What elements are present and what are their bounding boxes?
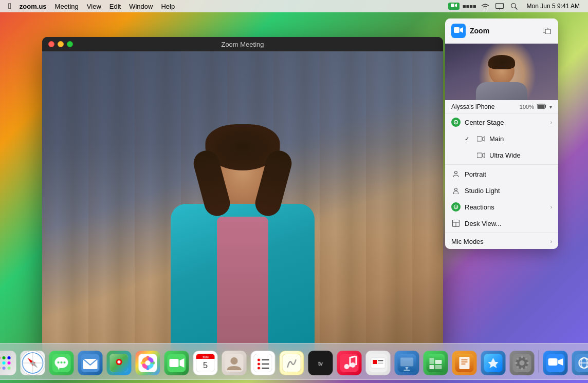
dock-item-launchpad[interactable]: [0, 350, 17, 376]
mic-modes-item[interactable]: Mic Modes ›: [445, 234, 558, 249]
mic-modes-label: Mic Modes: [451, 238, 550, 245]
menubar-clock: Mon Jun 5 9:41 AM: [523, 3, 584, 10]
dock-item-mail[interactable]: [77, 350, 104, 376]
person-shirt: [217, 217, 268, 355]
divider-1: [445, 164, 558, 165]
studio-light-icon: [451, 186, 461, 195]
reactions-item[interactable]: Reactions ›: [445, 199, 558, 215]
dock-item-zoom[interactable]: [542, 350, 569, 376]
minimize-button[interactable]: [58, 41, 64, 47]
menubar-edit[interactable]: Edit: [105, 0, 125, 12]
reactions-label: Reactions: [465, 203, 546, 211]
dock-item-messages[interactable]: [48, 350, 75, 376]
facetime-icon: [164, 351, 189, 375]
device-battery-pct: 100%: [520, 104, 534, 110]
person-figure: [135, 109, 351, 355]
dock-item-music[interactable]: [336, 350, 363, 376]
keynote-icon: [395, 351, 419, 375]
studio-light-label: Studio Light: [465, 187, 552, 195]
svg-point-23: [456, 206, 457, 207]
svg-point-32: [0, 356, 1, 359]
svg-rect-97: [373, 360, 377, 364]
svg-rect-2: [495, 3, 503, 8]
dock-item-photos[interactable]: [135, 350, 161, 376]
svg-point-35: [0, 361, 1, 365]
apple-menu[interactable]: : [4, 0, 15, 12]
ultra-wide-item[interactable]: ✓ Ultra Wide: [445, 147, 558, 163]
camera-preview: [445, 44, 558, 100]
pages-icon: [452, 351, 477, 375]
svg-marker-1: [455, 4, 457, 7]
dock-item-screenconnect[interactable]: [571, 350, 589, 376]
fullscreen-button[interactable]: [67, 41, 73, 47]
dock-item-reminders[interactable]: [250, 350, 277, 376]
svg-point-84: [258, 367, 260, 370]
svg-point-50: [58, 361, 60, 363]
portrait-icon: [451, 169, 461, 179]
svg-point-37: [8, 361, 11, 365]
dock-item-keynote[interactable]: [394, 350, 420, 376]
zoom-menu-indicator[interactable]: [448, 3, 460, 10]
music-icon: [337, 351, 362, 375]
desktop:  zoom.us Meeting View Edit Window Help …: [0, 0, 588, 383]
desk-view-label: Desk View...: [465, 220, 552, 227]
menubar-left:  zoom.us Meeting View Edit Window Help: [4, 0, 448, 12]
dock-item-calendar[interactable]: JUN 5: [192, 350, 219, 376]
dock-item-numbers[interactable]: [422, 350, 449, 376]
svg-rect-92: [350, 358, 351, 367]
preview-body: [476, 82, 527, 100]
desk-view-item[interactable]: Desk View...: [445, 215, 558, 232]
dock-item-appstore[interactable]: [480, 350, 507, 376]
dock-item-freeform[interactable]: [279, 350, 305, 376]
menubar-right: ■■■■: [448, 1, 584, 12]
dock-item-appletv[interactable]: tv: [307, 350, 334, 376]
menubar-app-name[interactable]: zoom.us: [15, 0, 51, 12]
wifi-icon[interactable]: [480, 1, 491, 12]
center-stage-item[interactable]: Center Stage ›: [445, 114, 558, 130]
dock-item-pages[interactable]: [451, 350, 478, 376]
divider-2: [445, 233, 558, 233]
dock-item-safari[interactable]: [20, 350, 46, 376]
menubar-meeting[interactable]: Meeting: [51, 0, 83, 12]
zoom-panel-title: Zoom: [470, 27, 538, 35]
portrait-item[interactable]: Portrait: [445, 166, 558, 182]
launchpad-icon: [0, 351, 16, 375]
zoom-dock-icon: [543, 351, 568, 375]
svg-rect-121: [515, 362, 518, 364]
svg-rect-120: [521, 368, 523, 370]
svg-point-39: [3, 367, 6, 370]
dock-item-news[interactable]: [365, 350, 392, 376]
main-camera-item[interactable]: ✓ Main: [445, 130, 558, 147]
svg-point-80: [258, 359, 260, 361]
search-icon[interactable]: [508, 1, 520, 12]
main-camera-icon: [476, 134, 485, 143]
svg-rect-7: [454, 27, 460, 33]
svg-point-34: [8, 356, 11, 359]
close-button[interactable]: [48, 41, 54, 47]
reactions-icon: [451, 202, 461, 212]
studio-light-item[interactable]: Studio Light: [445, 182, 558, 199]
svg-rect-15: [477, 137, 482, 141]
dock-item-systemprefs[interactable]: [509, 350, 536, 376]
svg-point-36: [3, 361, 6, 365]
preview-hair: [488, 55, 515, 69]
svg-rect-93: [356, 356, 357, 365]
svg-rect-0: [451, 4, 454, 7]
dock-item-maps[interactable]: [106, 350, 133, 376]
center-stage-icon: [451, 118, 461, 127]
zoom-panel-header: Zoom: [445, 18, 558, 44]
dock-item-facetime[interactable]: [163, 350, 190, 376]
reminders-icon: [251, 351, 275, 375]
dock-item-contacts[interactable]: [221, 350, 248, 376]
screen-icon[interactable]: [494, 1, 505, 12]
zoom-app-icon: [451, 24, 466, 38]
svg-rect-122: [527, 362, 529, 364]
menubar-window[interactable]: Window: [125, 0, 157, 12]
mail-icon: [78, 351, 103, 375]
menubar-view[interactable]: View: [83, 0, 105, 12]
svg-line-6: [515, 8, 517, 10]
menubar-help[interactable]: Help: [157, 0, 179, 12]
zoom-expand-icon[interactable]: [542, 26, 552, 36]
battery-indicator[interactable]: ■■■■: [463, 3, 476, 9]
device-chevron[interactable]: ▾: [549, 104, 552, 110]
